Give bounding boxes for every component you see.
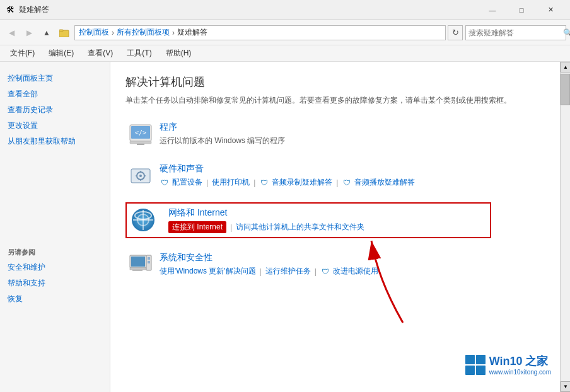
menu-edit[interactable]: 编辑(E): [42, 46, 80, 61]
network-link-share[interactable]: 访问其他计算机上的共享文件和文件夹: [236, 222, 364, 233]
hardware-icon: [128, 163, 153, 188]
network-links: 连接到 Internet | 访问其他计算机上的共享文件和文件夹: [168, 221, 364, 233]
svg-rect-5: [137, 144, 144, 145]
svg-rect-19: [148, 257, 150, 260]
titlebar-controls: — □ ✕: [478, 0, 565, 20]
content-area: 解决计算机问题 单击某个任务以自动排除和修复常见的计算机问题。若要查看更多的故障…: [110, 62, 560, 392]
folder-icon: [57, 25, 72, 40]
sidebar-nav-section: 控制面板主页 查看全部 查看历史记录 更改设置 从朋友那里获取帮助: [0, 68, 110, 156]
windows-logo: [465, 355, 486, 375]
programs-icon: </>: [128, 122, 153, 147]
hardware-link-printer[interactable]: 使用打印机: [212, 177, 250, 188]
win-logo-q1: [465, 355, 475, 364]
menu-help[interactable]: 帮助(H): [160, 46, 198, 61]
titlebar: 🛠 疑难解答 — □ ✕: [0, 0, 570, 20]
scrollbar-up-button[interactable]: ▲: [561, 62, 570, 72]
svg-rect-16: [130, 268, 146, 270]
watermark-text-block: Win10 之家 www.win10xitong.com: [489, 354, 551, 376]
scrollbar-thumb[interactable]: [561, 74, 570, 105]
svg-rect-1: [59, 30, 63, 32]
win-logo-q2: [476, 355, 486, 364]
menu-file[interactable]: 文件(F): [4, 46, 41, 61]
up-button[interactable]: ▲: [39, 25, 54, 40]
watermark: Win10 之家 www.win10xitong.com: [459, 350, 557, 379]
sidebar-link-restore[interactable]: 恢复: [0, 291, 110, 307]
breadcrumb-item-allpanels[interactable]: 所有控制面板项: [117, 27, 170, 38]
addressbar: ◀ ▶ ▲ 控制面板 › 所有控制面板项 › 疑难解答 ↻ 🔍: [0, 20, 570, 45]
forward-button[interactable]: ▶: [21, 25, 37, 40]
category-hardware: 硬件和声音 🛡 配置设备 | 使用打印机 | 🛡 音频录制疑难解答 | 🛡 音频…: [125, 161, 545, 191]
win-logo-q3: [465, 366, 475, 375]
system-link-power[interactable]: 改进电源使用: [333, 266, 378, 277]
hardware-content: 硬件和声音 🛡 配置设备 | 使用打印机 | 🛡 音频录制疑难解答 | 🛡 音频…: [160, 163, 415, 188]
svg-rect-20: [148, 261, 150, 263]
system-link-update[interactable]: 使用'Windows 更新'解决问题: [160, 266, 256, 277]
sidebar-link-settings[interactable]: 更改设置: [0, 118, 110, 134]
watermark-url: www.win10xitong.com: [489, 369, 551, 376]
search-input[interactable]: [468, 28, 563, 37]
system-links: 使用'Windows 更新'解决问题 | 运行维护任务 | 🛡 改进电源使用: [160, 266, 378, 277]
refresh-button[interactable]: ↻: [448, 25, 463, 40]
category-system: 系统和安全性 使用'Windows 更新'解决问题 | 运行维护任务 | 🛡 改…: [125, 250, 545, 280]
minimize-button[interactable]: —: [478, 0, 507, 20]
sidebar-also-title: 另请参阅: [0, 244, 110, 260]
watermark-brand: Win10 之家: [489, 354, 551, 369]
hardware-link-device[interactable]: 配置设备: [172, 177, 202, 188]
hardware-title[interactable]: 硬件和声音: [160, 163, 415, 175]
hardware-link-audio-rec[interactable]: 音频录制疑难解答: [272, 177, 332, 188]
network-content: 网络和 Internet 连接到 Internet | 访问其他计算机上的共享文…: [168, 207, 364, 233]
menu-tools[interactable]: 工具(T): [120, 46, 158, 61]
system-icon: [128, 252, 153, 277]
shield-icon-3: 🛡: [342, 178, 352, 188]
system-title[interactable]: 系统和安全性: [160, 252, 378, 263]
network-title[interactable]: 网络和 Internet: [168, 207, 364, 219]
shield-icon-2: 🛡: [259, 178, 269, 188]
main-container: 控制面板主页 查看全部 查看历史记录 更改设置 从朋友那里获取帮助 另请参阅 安…: [0, 62, 570, 392]
svg-text:</>: </>: [135, 129, 146, 136]
programs-links: 运行以前版本的 Windows 编写的程序: [160, 135, 285, 146]
search-bar: 🔍: [465, 25, 566, 40]
svg-point-9: [139, 175, 142, 177]
sidebar-link-help-support[interactable]: 帮助和支持: [0, 275, 110, 291]
sidebar-link-home[interactable]: 控制面板主页: [0, 71, 110, 86]
search-icon[interactable]: 🔍: [563, 28, 570, 37]
system-content: 系统和安全性 使用'Windows 更新'解决问题 | 运行维护任务 | 🛡 改…: [160, 252, 378, 277]
network-link-connect[interactable]: 连接到 Internet: [168, 221, 226, 233]
sidebar: 控制面板主页 查看全部 查看历史记录 更改设置 从朋友那里获取帮助 另请参阅 安…: [0, 62, 110, 392]
titlebar-title: 疑难解答: [19, 4, 478, 15]
breadcrumb-sep-1: ›: [112, 28, 114, 37]
sidebar-also-section: 另请参阅 安全和维护 帮助和支持 恢复: [0, 244, 110, 307]
category-programs: </> 程序 运行以前版本的 Windows 编写的程序: [125, 119, 545, 149]
page-title: 解决计算机问题: [125, 74, 545, 89]
svg-rect-4: [130, 141, 151, 144]
shield-icon-1: 🛡: [160, 178, 170, 188]
titlebar-icon: 🛠: [5, 5, 15, 15]
network-icon: [131, 207, 156, 233]
breadcrumb: 控制面板 › 所有控制面板项 › 疑难解答: [74, 25, 446, 40]
programs-subtitle: 运行以前版本的 Windows 编写的程序: [160, 135, 285, 146]
svg-rect-15: [131, 257, 145, 267]
highlight-box-network: 网络和 Internet 连接到 Internet | 访问其他计算机上的共享文…: [125, 202, 491, 238]
breadcrumb-item-current: 疑难解答: [177, 27, 207, 38]
page-description: 单击某个任务以自动排除和修复常见的计算机问题。若要查看更多的故障修复方案，请单击…: [125, 95, 545, 107]
system-link-maintenance[interactable]: 运行维护任务: [265, 266, 311, 277]
win-logo-q4: [476, 366, 486, 375]
scrollbar-down-button[interactable]: ▼: [561, 381, 570, 392]
sidebar-link-friend-help[interactable]: 从朋友那里获取帮助: [0, 134, 110, 149]
menubar: 文件(F) 编辑(E) 查看(V) 工具(T) 帮助(H): [0, 45, 570, 62]
back-button[interactable]: ◀: [4, 25, 19, 40]
hardware-links: 🛡 配置设备 | 使用打印机 | 🛡 音频录制疑难解答 | 🛡 音频播放疑难解答: [160, 177, 415, 188]
vertical-scrollbar[interactable]: ▲ ▼: [560, 62, 570, 392]
programs-title[interactable]: 程序: [160, 122, 285, 133]
sidebar-link-history[interactable]: 查看历史记录: [0, 102, 110, 118]
sidebar-link-view-all[interactable]: 查看全部: [0, 86, 110, 102]
shield-icon-4: 🛡: [320, 267, 330, 277]
maximize-button[interactable]: □: [507, 0, 536, 20]
programs-content: 程序 运行以前版本的 Windows 编写的程序: [160, 122, 285, 146]
hardware-link-audio-play[interactable]: 音频播放疑难解答: [354, 177, 415, 188]
close-button[interactable]: ✕: [536, 0, 565, 20]
svg-rect-17: [132, 270, 142, 271]
breadcrumb-item-controlpanel[interactable]: 控制面板: [79, 27, 109, 38]
sidebar-link-security[interactable]: 安全和维护: [0, 260, 110, 275]
menu-view[interactable]: 查看(V): [81, 46, 119, 61]
